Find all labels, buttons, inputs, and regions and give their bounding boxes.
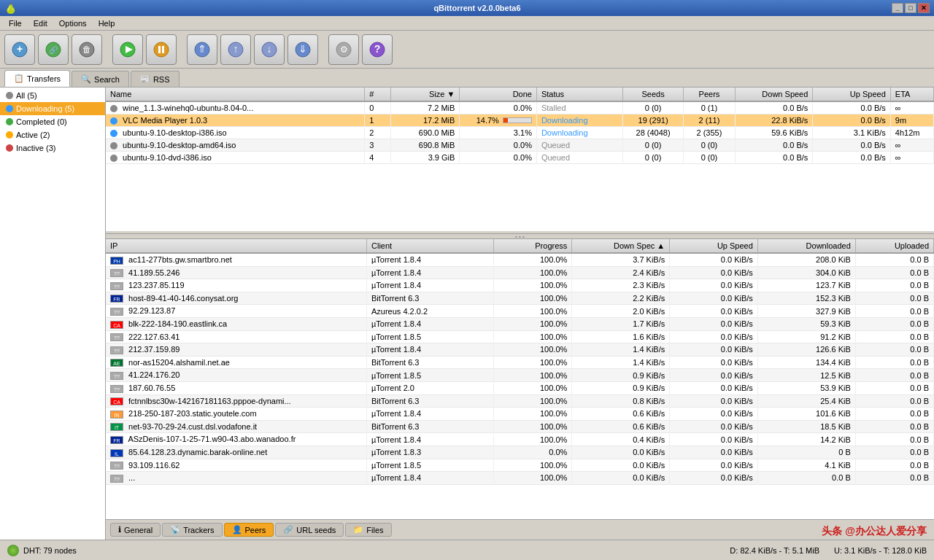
list-item[interactable]: ?? 123.237.85.119 µTorrent 1.8.4 100.0% … — [106, 279, 934, 292]
minimize-button[interactable]: _ — [892, 3, 903, 13]
maximize-button[interactable]: □ — [905, 3, 916, 13]
sidebar-item-inactive[interactable]: Inactive (3) — [0, 141, 105, 155]
bottom-tabs: ℹ General 📡 Trackers 👤 Peers 🔗 URL seeds… — [106, 519, 934, 540]
trackers-icon: 📡 — [170, 525, 180, 534]
sidebar: All (5) Downloading (5) Completed (0) Ac… — [0, 88, 106, 540]
table-row[interactable]: ubuntu-9.10-dvd-i386.iso 4 3.9 GiB 0.0% … — [106, 152, 934, 164]
menu-help[interactable]: Help — [93, 18, 121, 29]
bottom-tab-general[interactable]: ℹ General — [110, 523, 161, 537]
peer-client: BitTorrent 6.3 — [367, 292, 494, 305]
peers-col-header-downspec[interactable]: Down Spec ▲ — [572, 239, 670, 253]
peer-uploaded: 0.0 B — [855, 292, 933, 305]
list-item[interactable]: IL 85.64.128.23.dynamic.barak-online.net… — [106, 446, 934, 459]
delete-torrent-button[interactable]: 🗑 — [72, 34, 102, 65]
peers-col-header-progress[interactable]: Progress — [494, 239, 572, 253]
col-header-downspeed[interactable]: Down Speed — [735, 88, 812, 101]
add-torrent-button[interactable]: + — [4, 34, 35, 65]
add-link-button[interactable]: 🔗 — [38, 34, 69, 65]
list-item[interactable]: ?? 93.109.116.62 µTorrent 1.8.5 100.0% 0… — [106, 459, 934, 472]
peers-col-header-client[interactable]: Client — [367, 239, 494, 253]
col-header-num[interactable]: # — [365, 88, 390, 101]
priority-top-button[interactable]: ⇑ — [187, 34, 217, 65]
resize-handle[interactable]: • • • — [106, 233, 934, 239]
list-item[interactable]: ?? 41.224.176.20 µTorrent 1.8.5 100.0% 0… — [106, 369, 934, 382]
sidebar-item-all[interactable]: All (5) — [0, 89, 105, 102]
bottom-tab-files[interactable]: 📁 Files — [345, 523, 391, 537]
torrent-eta: 9m — [890, 114, 933, 127]
about-button[interactable]: ? — [362, 34, 393, 65]
peer-ip: ?? 187.60.76.55 — [106, 381, 367, 394]
list-item[interactable]: ?? 41.189.55.246 µTorrent 1.8.4 100.0% 2… — [106, 266, 934, 279]
pause-button[interactable] — [146, 34, 177, 65]
list-item[interactable]: ?? 212.37.159.89 µTorrent 1.8.4 100.0% 1… — [106, 343, 934, 357]
col-header-seeds[interactable]: Seeds — [623, 88, 684, 101]
menu-edit[interactable]: Edit — [28, 18, 53, 29]
table-row[interactable]: VLC Media Player 1.0.3 1 17.2 MiB 14.7% … — [106, 114, 934, 127]
bottom-tab-urlseeds[interactable]: 🔗 URL seeds — [275, 523, 344, 537]
inactive-dot — [6, 144, 13, 152]
torrent-name: ubuntu-9.10-desktop-i386.iso — [106, 127, 365, 139]
bottom-tab-trackers[interactable]: 📡 Trackers — [162, 523, 222, 537]
general-icon: ℹ — [118, 525, 121, 534]
window-controls[interactable]: _ □ ✕ — [892, 3, 930, 13]
peer-ip: CA blk-222-184-190.eastlink.ca — [106, 317, 367, 330]
list-item[interactable]: IT net-93-70-29-24.cust.dsl.vodafone.it … — [106, 420, 934, 433]
preferences-button[interactable]: ⚙ — [328, 34, 359, 65]
list-item[interactable]: ?? 92.29.123.87 Azureus 4.2.0.2 100.0% 2… — [106, 305, 934, 318]
peer-ip: PH ac11-277bts.gw.smartbro.net — [106, 253, 367, 266]
col-header-status[interactable]: Status — [536, 88, 622, 101]
list-item[interactable]: FR ASzDenis-107-1-25-71.w90-43.abo.wanad… — [106, 433, 934, 446]
bottom-tab-peers[interactable]: 👤 Peers — [224, 523, 274, 537]
col-header-eta[interactable]: ETA — [890, 88, 933, 101]
close-button[interactable]: ✕ — [918, 3, 930, 13]
torrent-peers: 2 (355) — [683, 127, 735, 139]
sidebar-item-active[interactable]: Active (2) — [0, 128, 105, 141]
upload-speed: U: 3.1 KiB/s - T: 128.0 KiB — [834, 546, 927, 555]
menu-options[interactable]: Options — [53, 18, 93, 29]
resume-button[interactable] — [112, 34, 143, 65]
col-header-done[interactable]: Done — [460, 88, 537, 101]
peers-col-header-upspeed[interactable]: Up Speed — [670, 239, 758, 253]
torrent-table-container[interactable]: Name # Size ▼ Done Status Seeds Peers Do… — [106, 88, 934, 233]
table-row[interactable]: wine_1.1.3-winehq0-ubuntu-8.04-0... 0 7.… — [106, 101, 934, 114]
table-row[interactable]: ubuntu-9.10-desktop-amd64.iso 3 690.8 Mi… — [106, 139, 934, 152]
peers-col-header-uploaded[interactable]: Uploaded — [855, 239, 933, 253]
priority-down-button[interactable]: ↓ — [254, 34, 285, 65]
list-item[interactable]: IN 218-250-187-203.static.youtele.com µT… — [106, 408, 934, 421]
list-item[interactable]: AE nor-as15204.alshamil.net.ae BitTorren… — [106, 356, 934, 369]
list-item[interactable]: FR host-89-41-40-146.conysat.org BitTorr… — [106, 292, 934, 305]
menu-file[interactable]: File — [3, 18, 28, 29]
torrent-downspeed: 0.0 B/s — [735, 139, 812, 152]
svg-text:🔗: 🔗 — [49, 45, 58, 55]
tab-transfers[interactable]: 📋 Transfers — [4, 70, 70, 87]
peer-downloaded: 208.0 KiB — [757, 253, 855, 266]
torrent-downspeed: 22.8 KiB/s — [735, 114, 812, 127]
torrent-done: 3.1% — [460, 127, 537, 139]
tab-search[interactable]: 🔍 Search — [72, 71, 129, 87]
col-header-peers[interactable]: Peers — [683, 88, 735, 101]
peer-client: µTorrent 1.8.5 — [367, 369, 494, 382]
list-item[interactable]: PH ac11-277bts.gw.smartbro.net µTorrent … — [106, 253, 934, 266]
torrent-peers: 0 (0) — [683, 152, 735, 164]
peers-col-header-downloaded[interactable]: Downloaded — [757, 239, 855, 253]
peers-col-header-ip[interactable]: IP — [106, 239, 367, 253]
list-item[interactable]: ?? 187.60.76.55 µTorrent 2.0 100.0% 0.9 … — [106, 381, 934, 394]
col-header-name[interactable]: Name — [106, 88, 365, 101]
priority-up-button[interactable]: ↑ — [220, 34, 251, 65]
tab-rss[interactable]: 📰 RSS — [131, 71, 180, 87]
list-item[interactable]: CA fctnnlbsc30w-142167181163.pppoe-dynam… — [106, 394, 934, 408]
peer-upspeed: 0.0 KiB/s — [670, 459, 758, 472]
status-bar: DHT: 79 nodes D: 82.4 KiB/s - T: 5.1 MiB… — [0, 540, 934, 560]
sidebar-item-downloading[interactable]: Downloading (5) — [0, 102, 105, 115]
list-item[interactable]: CA blk-222-184-190.eastlink.ca µTorrent … — [106, 317, 934, 330]
col-header-upspeed[interactable]: Up Speed — [813, 88, 890, 101]
list-item[interactable]: ?? 222.127.63.41 µTorrent 1.8.5 100.0% 1… — [106, 330, 934, 343]
list-item[interactable]: ?? ... µTorrent 1.8.4 100.0% 0.0 KiB/s 0… — [106, 472, 934, 485]
svg-text:?: ? — [374, 43, 381, 55]
peer-uploaded: 0.0 B — [855, 356, 933, 369]
sidebar-item-completed[interactable]: Completed (0) — [0, 115, 105, 128]
priority-bottom-button[interactable]: ⇓ — [287, 34, 318, 65]
table-row[interactable]: ubuntu-9.10-desktop-i386.iso 2 690.0 MiB… — [106, 127, 934, 139]
col-header-size[interactable]: Size ▼ — [390, 88, 460, 101]
peers-table-container[interactable]: IP Client Progress Down Spec ▲ Up Speed … — [106, 239, 934, 519]
